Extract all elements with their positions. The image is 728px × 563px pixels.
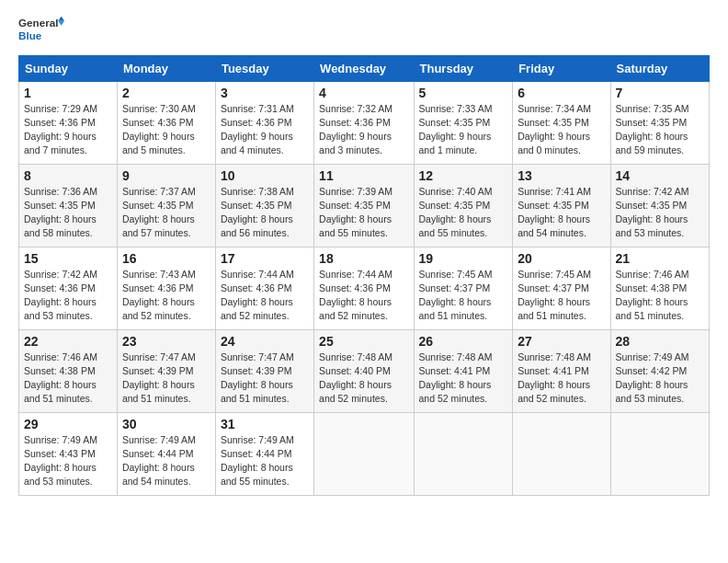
- calendar-cell: 10Sunrise: 7:38 AMSunset: 4:35 PMDayligh…: [215, 164, 313, 247]
- day-info: Sunrise: 7:49 AMSunset: 4:44 PMDaylight:…: [221, 433, 309, 489]
- day-info: Sunrise: 7:34 AMSunset: 4:35 PMDaylight:…: [518, 102, 605, 158]
- svg-marker-2: [58, 17, 64, 21]
- calendar-cell: 12Sunrise: 7:40 AMSunset: 4:35 PMDayligh…: [414, 164, 513, 247]
- svg-marker-3: [58, 21, 64, 26]
- day-number: 6: [518, 86, 605, 100]
- day-number: 26: [419, 334, 508, 349]
- day-number: 11: [319, 168, 408, 183]
- calendar-cell: [314, 412, 414, 495]
- day-info: Sunrise: 7:48 AMSunset: 4:41 PMDaylight:…: [518, 350, 605, 407]
- day-info: Sunrise: 7:31 AMSunset: 4:36 PMDaylight:…: [221, 102, 309, 158]
- day-number: 16: [122, 251, 210, 266]
- day-info: Sunrise: 7:40 AMSunset: 4:35 PMDaylight:…: [419, 185, 508, 241]
- day-info: Sunrise: 7:37 AMSunset: 4:35 PMDaylight:…: [122, 185, 210, 241]
- day-info: Sunrise: 7:46 AMSunset: 4:38 PMDaylight:…: [616, 268, 704, 324]
- calendar-week-5: 29Sunrise: 7:49 AMSunset: 4:43 PMDayligh…: [19, 412, 710, 495]
- weekday-header-tuesday: Tuesday: [215, 55, 313, 81]
- calendar-cell: 11Sunrise: 7:39 AMSunset: 4:35 PMDayligh…: [314, 164, 414, 247]
- day-info: Sunrise: 7:39 AMSunset: 4:35 PMDaylight:…: [319, 185, 408, 241]
- day-number: 2: [122, 86, 210, 100]
- day-info: Sunrise: 7:42 AMSunset: 4:35 PMDaylight:…: [616, 185, 704, 241]
- calendar-cell: [513, 412, 610, 495]
- day-info: Sunrise: 7:49 AMSunset: 4:42 PMDaylight:…: [616, 350, 704, 407]
- calendar-week-1: 1Sunrise: 7:29 AMSunset: 4:36 PMDaylight…: [19, 81, 710, 164]
- svg-text:Blue: Blue: [18, 29, 42, 41]
- day-info: Sunrise: 7:30 AMSunset: 4:36 PMDaylight:…: [122, 102, 210, 158]
- calendar-cell: 9Sunrise: 7:37 AMSunset: 4:35 PMDaylight…: [117, 164, 215, 247]
- day-info: Sunrise: 7:45 AMSunset: 4:37 PMDaylight:…: [518, 268, 605, 324]
- calendar-cell: 30Sunrise: 7:49 AMSunset: 4:44 PMDayligh…: [117, 412, 215, 495]
- calendar-week-2: 8Sunrise: 7:36 AMSunset: 4:35 PMDaylight…: [19, 164, 710, 247]
- day-number: 23: [122, 334, 210, 349]
- calendar-cell: 18Sunrise: 7:44 AMSunset: 4:36 PMDayligh…: [314, 247, 414, 329]
- day-info: Sunrise: 7:42 AMSunset: 4:36 PMDaylight:…: [24, 268, 112, 324]
- day-number: 21: [616, 251, 704, 266]
- day-number: 13: [518, 168, 605, 183]
- calendar-cell: 8Sunrise: 7:36 AMSunset: 4:35 PMDaylight…: [19, 164, 118, 247]
- calendar-cell: 5Sunrise: 7:33 AMSunset: 4:35 PMDaylight…: [414, 81, 513, 164]
- calendar-body: 1Sunrise: 7:29 AMSunset: 4:36 PMDaylight…: [19, 81, 710, 495]
- calendar-cell: 24Sunrise: 7:47 AMSunset: 4:39 PMDayligh…: [215, 329, 313, 412]
- weekday-header-thursday: Thursday: [414, 55, 513, 81]
- calendar-cell: 3Sunrise: 7:31 AMSunset: 4:36 PMDaylight…: [215, 81, 313, 164]
- day-info: Sunrise: 7:48 AMSunset: 4:41 PMDaylight:…: [419, 350, 508, 407]
- day-number: 29: [24, 417, 112, 431]
- day-info: Sunrise: 7:36 AMSunset: 4:35 PMDaylight:…: [24, 185, 112, 241]
- calendar-cell: 23Sunrise: 7:47 AMSunset: 4:39 PMDayligh…: [117, 329, 215, 412]
- calendar-cell: 14Sunrise: 7:42 AMSunset: 4:35 PMDayligh…: [610, 164, 709, 247]
- calendar-cell: 4Sunrise: 7:32 AMSunset: 4:36 PMDaylight…: [314, 81, 414, 164]
- day-info: Sunrise: 7:44 AMSunset: 4:36 PMDaylight:…: [221, 268, 309, 324]
- day-number: 5: [419, 86, 508, 100]
- calendar-week-4: 22Sunrise: 7:46 AMSunset: 4:38 PMDayligh…: [19, 329, 710, 412]
- day-number: 7: [616, 86, 704, 100]
- weekday-header-wednesday: Wednesday: [314, 55, 414, 81]
- day-info: Sunrise: 7:44 AMSunset: 4:36 PMDaylight:…: [319, 268, 408, 324]
- calendar-cell: 28Sunrise: 7:49 AMSunset: 4:42 PMDayligh…: [610, 329, 709, 412]
- day-number: 25: [319, 334, 408, 349]
- day-info: Sunrise: 7:49 AMSunset: 4:43 PMDaylight:…: [24, 433, 112, 489]
- day-info: Sunrise: 7:32 AMSunset: 4:36 PMDaylight:…: [319, 102, 408, 158]
- calendar-cell: 16Sunrise: 7:43 AMSunset: 4:36 PMDayligh…: [117, 247, 215, 329]
- svg-text:General: General: [18, 17, 58, 29]
- day-number: 9: [122, 168, 210, 183]
- logo: General Blue: [18, 15, 64, 44]
- calendar-cell: 21Sunrise: 7:46 AMSunset: 4:38 PMDayligh…: [610, 247, 709, 329]
- day-number: 14: [616, 168, 704, 183]
- weekday-header-monday: Monday: [117, 55, 215, 81]
- calendar-cell: 17Sunrise: 7:44 AMSunset: 4:36 PMDayligh…: [215, 247, 313, 329]
- calendar-cell: 2Sunrise: 7:30 AMSunset: 4:36 PMDaylight…: [117, 81, 215, 164]
- day-info: Sunrise: 7:29 AMSunset: 4:36 PMDaylight:…: [24, 102, 112, 158]
- day-number: 15: [24, 251, 112, 266]
- calendar-cell: 15Sunrise: 7:42 AMSunset: 4:36 PMDayligh…: [19, 247, 118, 329]
- calendar-week-3: 15Sunrise: 7:42 AMSunset: 4:36 PMDayligh…: [19, 247, 710, 329]
- day-number: 1: [24, 86, 112, 100]
- calendar-cell: 27Sunrise: 7:48 AMSunset: 4:41 PMDayligh…: [513, 329, 610, 412]
- day-number: 18: [319, 251, 408, 266]
- calendar-table: SundayMondayTuesdayWednesdayThursdayFrid…: [18, 55, 710, 496]
- day-info: Sunrise: 7:49 AMSunset: 4:44 PMDaylight:…: [122, 433, 210, 489]
- calendar-cell: 1Sunrise: 7:29 AMSunset: 4:36 PMDaylight…: [19, 81, 118, 164]
- day-number: 4: [319, 86, 408, 100]
- day-info: Sunrise: 7:43 AMSunset: 4:36 PMDaylight:…: [122, 268, 210, 324]
- logo-icon: General Blue: [18, 15, 64, 44]
- day-number: 3: [221, 86, 309, 100]
- day-info: Sunrise: 7:38 AMSunset: 4:35 PMDaylight:…: [221, 185, 309, 241]
- day-info: Sunrise: 7:45 AMSunset: 4:37 PMDaylight:…: [419, 268, 508, 324]
- day-number: 24: [221, 334, 309, 349]
- day-info: Sunrise: 7:48 AMSunset: 4:40 PMDaylight:…: [319, 350, 408, 407]
- day-number: 28: [616, 334, 704, 349]
- day-number: 19: [419, 251, 508, 266]
- day-number: 20: [518, 251, 605, 266]
- day-number: 30: [122, 417, 210, 431]
- day-info: Sunrise: 7:35 AMSunset: 4:35 PMDaylight:…: [616, 102, 704, 158]
- day-info: Sunrise: 7:33 AMSunset: 4:35 PMDaylight:…: [419, 102, 508, 158]
- calendar-cell: 31Sunrise: 7:49 AMSunset: 4:44 PMDayligh…: [215, 412, 313, 495]
- day-number: 31: [221, 417, 309, 431]
- weekday-header-friday: Friday: [513, 55, 610, 81]
- calendar-cell: 13Sunrise: 7:41 AMSunset: 4:35 PMDayligh…: [513, 164, 610, 247]
- day-number: 10: [221, 168, 309, 183]
- calendar-cell: [610, 412, 709, 495]
- day-number: 22: [24, 334, 112, 349]
- day-info: Sunrise: 7:46 AMSunset: 4:38 PMDaylight:…: [24, 350, 112, 407]
- calendar-cell: 20Sunrise: 7:45 AMSunset: 4:37 PMDayligh…: [513, 247, 610, 329]
